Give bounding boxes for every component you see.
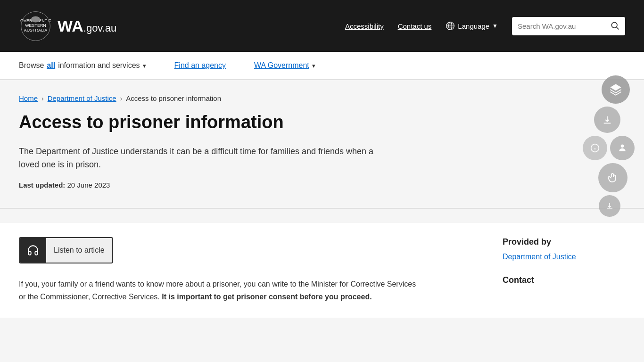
logo-wa: WA.gov.au bbox=[58, 18, 116, 35]
person-fab[interactable] bbox=[610, 136, 635, 160]
download-fab-1[interactable] bbox=[594, 107, 620, 133]
browse-nav-item[interactable]: Browse all information and services ▾ bbox=[19, 52, 146, 79]
browse-highlight: all bbox=[47, 61, 55, 70]
info-fab[interactable] bbox=[583, 136, 607, 160]
language-chevron: ▼ bbox=[492, 23, 498, 29]
page-title: Access to prisoner information bbox=[19, 112, 625, 133]
svg-line-11 bbox=[617, 27, 619, 29]
last-updated-label: Last updated: bbox=[19, 181, 67, 189]
svg-point-10 bbox=[611, 22, 617, 28]
touch-icon bbox=[607, 172, 619, 184]
touch-fab[interactable] bbox=[598, 163, 627, 192]
breadcrumb-sep-1: › bbox=[41, 95, 44, 102]
svg-point-17 bbox=[621, 145, 624, 148]
layers-fab[interactable] bbox=[602, 75, 630, 104]
breadcrumb-department[interactable]: Department of Justice bbox=[48, 94, 116, 102]
language-label: Language bbox=[458, 22, 489, 30]
dept-of-justice-link[interactable]: Department of Justice bbox=[503, 253, 625, 261]
browse-prefix: Browse bbox=[19, 61, 44, 70]
floating-actions bbox=[587, 75, 635, 217]
breadcrumb-sep-2: › bbox=[120, 95, 123, 102]
main-content: Home › Department of Justice › Access to… bbox=[0, 80, 644, 208]
logo-text: WA.gov.au bbox=[58, 17, 116, 35]
small-fab[interactable] bbox=[599, 195, 620, 217]
wa-government-label: WA Government bbox=[254, 61, 309, 70]
arrow-down-icon bbox=[605, 202, 614, 210]
search-button[interactable] bbox=[610, 21, 619, 32]
body-bold: It is important to get prisoner consent … bbox=[162, 293, 372, 301]
search-icon bbox=[610, 21, 619, 30]
download-icon bbox=[602, 115, 612, 125]
header-nav: Accessibility Contact us Language ▼ bbox=[345, 17, 625, 35]
svg-point-4 bbox=[31, 16, 40, 22]
body-text: If you, your family or a friend wants to… bbox=[19, 278, 424, 303]
content-wrapper: Home › Department of Justice › Access to… bbox=[0, 80, 644, 318]
breadcrumb: Home › Department of Justice › Access to… bbox=[19, 94, 625, 102]
listen-section: Listen to article If you, your family or… bbox=[0, 223, 644, 317]
contact-label: Contact bbox=[503, 275, 625, 285]
listen-icon-box bbox=[20, 238, 46, 263]
info-icon bbox=[590, 143, 600, 153]
breadcrumb-current: Access to prisoner information bbox=[126, 94, 221, 102]
last-updated-date: 20 June 2023 bbox=[67, 181, 110, 189]
listen-area: Listen to article If you, your family or… bbox=[19, 237, 474, 303]
find-agency-nav-item[interactable]: Find an agency bbox=[174, 52, 226, 79]
main-nav: Browse all information and services ▾ Fi… bbox=[0, 52, 644, 80]
language-selector[interactable]: Language ▼ bbox=[446, 21, 498, 31]
contact-link[interactable]: Contact us bbox=[398, 22, 432, 30]
search-bar[interactable] bbox=[512, 17, 625, 35]
content-divider bbox=[0, 208, 644, 209]
site-header: GOVERNMENT OF WESTERN AUSTRALIA WA.gov.a… bbox=[0, 0, 644, 52]
wa-government-chevron: ▾ bbox=[312, 62, 315, 69]
svg-text:AUSTRALIA: AUSTRALIA bbox=[24, 27, 47, 32]
listen-button[interactable]: Listen to article bbox=[19, 237, 113, 263]
layers-icon bbox=[609, 83, 622, 96]
wa-government-nav-item[interactable]: WA Government ▾ bbox=[254, 52, 315, 79]
sidebar: Provided by Department of Justice Contac… bbox=[503, 237, 625, 285]
search-input[interactable] bbox=[518, 22, 610, 30]
person-icon bbox=[618, 143, 627, 153]
find-agency-label: Find an agency bbox=[174, 61, 226, 70]
browse-chevron: ▾ bbox=[143, 62, 146, 69]
wa-logo-icon: GOVERNMENT OF WESTERN AUSTRALIA bbox=[19, 9, 52, 42]
headphones-icon bbox=[27, 244, 39, 256]
svg-marker-12 bbox=[610, 84, 621, 90]
globe-icon bbox=[446, 21, 455, 31]
provided-by-label: Provided by bbox=[503, 237, 625, 247]
breadcrumb-home[interactable]: Home bbox=[19, 94, 38, 102]
browse-suffix: information and services bbox=[58, 61, 140, 70]
last-updated: Last updated: 20 June 2023 bbox=[19, 181, 625, 189]
listen-label: Listen to article bbox=[46, 246, 112, 255]
logo-area[interactable]: GOVERNMENT OF WESTERN AUSTRALIA WA.gov.a… bbox=[19, 9, 116, 42]
page-intro: The Department of Justice understands it… bbox=[19, 145, 396, 172]
svg-text:WESTERN: WESTERN bbox=[25, 23, 46, 28]
accessibility-link[interactable]: Accessibility bbox=[345, 22, 384, 30]
